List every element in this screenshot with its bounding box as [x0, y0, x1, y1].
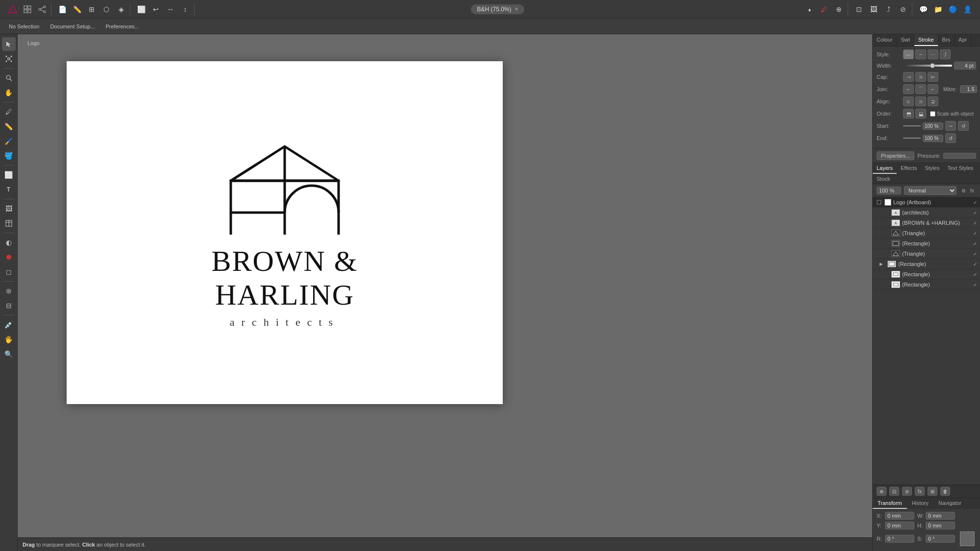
chat-icon[interactable]: 💬: [916, 2, 930, 16]
layer-check-rect2[interactable]: ✓: [973, 262, 977, 267]
pen-icon[interactable]: ✏️: [70, 2, 84, 16]
style-custom-btn[interactable]: ⤴: [940, 49, 951, 59]
layer-visibility-rect3[interactable]: [882, 271, 889, 278]
layer-mask-btn[interactable]: ⊡: [889, 487, 899, 496]
pan-tool[interactable]: ✋: [2, 86, 16, 99]
layer-group-btn[interactable]: ⊞: [928, 487, 937, 496]
shape-tool[interactable]: ⬜: [2, 168, 16, 182]
join-bevel-btn[interactable]: ⌐: [928, 84, 938, 94]
layer-item-triangle2[interactable]: (Triangle) ✓: [873, 249, 980, 259]
grid2-icon[interactable]: ⊞: [85, 2, 98, 16]
layer-visibility-rect1[interactable]: [882, 240, 889, 247]
style-dot-btn[interactable]: ⋯: [928, 49, 938, 59]
crop-icon[interactable]: ⊡: [852, 2, 866, 16]
layer-item-rect3[interactable]: (Rectangle) ✓: [873, 269, 980, 280]
flip-h-icon[interactable]: ↔: [164, 2, 177, 16]
width-slider[interactable]: [903, 65, 952, 67]
add-layer-btn[interactable]: ⊕: [877, 487, 886, 496]
tab-colour[interactable]: Colour: [873, 34, 897, 46]
zoom-tool[interactable]: [2, 71, 16, 85]
join-miter-btn[interactable]: ⌐: [903, 84, 914, 94]
layer-item-rect2[interactable]: ▶ (Rectangle) ✓: [873, 259, 980, 269]
artboard[interactable]: BROWN & HARLING architects: [67, 61, 503, 404]
tab-navigator[interactable]: Navigator: [933, 498, 966, 509]
tab-stock[interactable]: Stock: [873, 174, 894, 184]
search-tool[interactable]: 🔍: [2, 347, 16, 361]
layer-check-tri1[interactable]: ✓: [973, 231, 977, 236]
layer-check-rect1[interactable]: ✓: [973, 241, 977, 246]
image-icon[interactable]: 🖼: [867, 2, 881, 16]
cap-square-btn[interactable]: ⊢: [928, 72, 938, 82]
flip-v-icon[interactable]: ↕: [178, 2, 192, 16]
layer-check-rect3[interactable]: ✓: [973, 272, 977, 277]
share-icon[interactable]: [35, 2, 49, 16]
export-icon[interactable]: ⤴: [882, 2, 895, 16]
pencil-tool[interactable]: ✏️: [2, 120, 16, 133]
layer-check-rect4[interactable]: ✓: [973, 282, 977, 287]
tab-text-styles[interactable]: Text Styles: [943, 163, 977, 174]
tab-transform[interactable]: Transform: [873, 498, 907, 509]
pen-tool[interactable]: 🖊: [2, 105, 16, 119]
node-tool[interactable]: [2, 52, 16, 66]
grid-icon[interactable]: [21, 2, 34, 16]
mitre-input[interactable]: [960, 85, 977, 93]
layer-item-triangle1[interactable]: (Triangle) ✓: [873, 228, 980, 239]
close-document-btn[interactable]: ✕: [514, 6, 518, 12]
tab-history[interactable]: History: [907, 498, 933, 509]
properties-btn[interactable]: Properties...: [877, 151, 914, 160]
cap-round-btn[interactable]: ⊃: [915, 72, 926, 82]
frame-icon[interactable]: ⬡: [99, 2, 113, 16]
layer-item-brown[interactable]: A (BROWN & +HARLING) ✓: [873, 218, 980, 228]
h-input[interactable]: [926, 522, 955, 529]
layer-delete-btn[interactable]: 🗑: [940, 487, 950, 496]
layer-visibility-tri2[interactable]: [882, 250, 889, 257]
align-inside-btn[interactable]: ⊂: [903, 96, 914, 106]
tab-effects[interactable]: Effects: [897, 163, 921, 174]
s-input[interactable]: [926, 535, 955, 543]
document-icon[interactable]: 📄: [55, 2, 69, 16]
width-input[interactable]: [954, 62, 976, 70]
eraser-tool[interactable]: ◻: [2, 265, 16, 279]
app-switch-icon[interactable]: 🔵: [946, 2, 959, 16]
layer-item-architects[interactable]: A (architects) ✓: [873, 208, 980, 218]
layer-check-architects[interactable]: ✓: [973, 210, 977, 216]
brush-tool[interactable]: 🖌️: [2, 134, 16, 148]
end-refresh-btn[interactable]: ↺: [945, 133, 956, 143]
text-tool[interactable]: T: [2, 183, 16, 196]
layer-visibility-architects[interactable]: [882, 209, 889, 216]
layer-item-artboard[interactable]: Logo (Artboard) ✓: [873, 197, 980, 208]
align-center-btn[interactable]: ⊃: [915, 96, 926, 106]
layer-item-rect1[interactable]: (Rectangle) ✓: [873, 239, 980, 249]
tab-brs[interactable]: Brs: [938, 34, 955, 46]
start-pct-input[interactable]: [923, 122, 943, 130]
tab-swt[interactable]: Swt: [897, 34, 914, 46]
layer-expand-rect2[interactable]: ▶: [880, 262, 885, 266]
no-selection-btn[interactable]: No Selection: [4, 23, 44, 30]
layer-item-rect4[interactable]: (Rectangle) ✓: [873, 280, 980, 290]
adjust-icon[interactable]: ⊘: [896, 2, 910, 16]
scale-with-object-checkbox[interactable]: [930, 111, 935, 117]
canvas-area[interactable]: Logo: [18, 34, 872, 551]
style-solid-btn[interactable]: —: [903, 49, 914, 59]
table-tool[interactable]: [2, 216, 16, 230]
width-thumb[interactable]: [930, 63, 935, 68]
artboard-tool[interactable]: ⊟: [2, 299, 16, 312]
cap-butt-btn[interactable]: ⊣: [903, 72, 914, 82]
tab-styles[interactable]: Styles: [921, 163, 943, 174]
y-input[interactable]: [885, 522, 914, 529]
tab-apr[interactable]: Apr: [955, 34, 971, 46]
tab-layers[interactable]: Layers: [873, 163, 897, 174]
fill-tool[interactable]: [2, 250, 16, 264]
rotate-icon[interactable]: ↩: [149, 2, 163, 16]
align-outside-btn[interactable]: ⊇: [928, 96, 938, 106]
tab-stroke[interactable]: Stroke: [914, 34, 938, 46]
image-tool[interactable]: 🖼: [2, 202, 16, 216]
move-icon[interactable]: ⬜: [134, 2, 148, 16]
pen-tool-icon[interactable]: 🖊: [817, 2, 831, 16]
layer-adjustment-btn[interactable]: ⊘: [902, 487, 912, 496]
pressure-bar[interactable]: [943, 153, 976, 159]
end-pct-input[interactable]: [923, 135, 943, 142]
gradient-tool[interactable]: ◐: [2, 236, 16, 249]
hand-tool2[interactable]: 🖐: [2, 333, 16, 346]
layer-visibility-rect4[interactable]: [882, 281, 889, 288]
